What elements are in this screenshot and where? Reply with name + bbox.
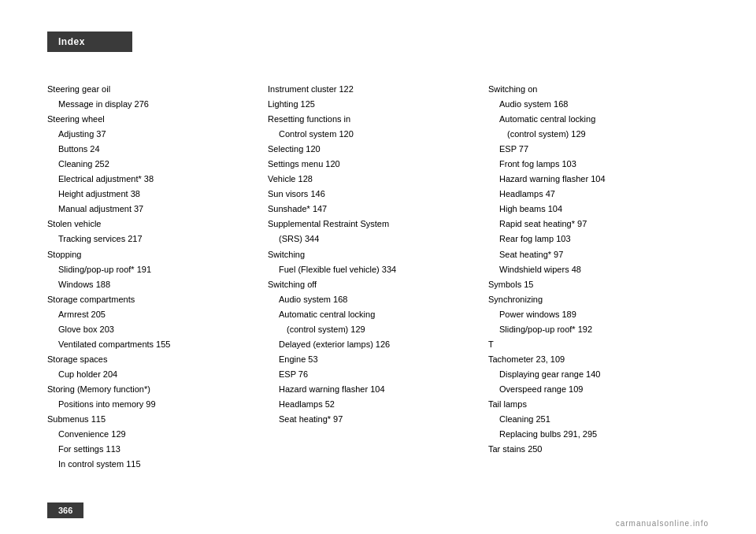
list-item: Replacing bulbs 291, 295	[488, 428, 693, 441]
list-item: Rear fog lamp 103	[488, 232, 693, 246]
list-item: Seat heating* 97	[268, 413, 472, 426]
list-item: Storage compartments	[47, 293, 252, 306]
list-item: Submenus 115	[47, 413, 252, 426]
list-item: Instrument cluster 122	[268, 83, 472, 96]
list-item: (control system) 129	[488, 128, 693, 141]
list-item: ESP 77	[488, 143, 693, 156]
list-item: Front fog lamps 103	[488, 158, 693, 171]
list-item: Convenience 129	[47, 428, 252, 441]
list-item: Sun visors 146	[268, 187, 472, 201]
list-item: Selecting 120	[268, 143, 472, 156]
list-item: Seat heating* 97	[488, 248, 693, 261]
list-item: Control system 120	[268, 128, 472, 141]
list-item: Stolen vehicle	[47, 217, 252, 231]
list-item: Resetting functions in	[268, 113, 472, 126]
list-item: (control system) 129	[268, 323, 472, 336]
list-item: Storage spaces	[47, 353, 252, 366]
list-item: Tar stains 250	[488, 443, 693, 456]
column-1: Steering gear oilMessage in display 276S…	[47, 83, 268, 487]
list-item: Armrest 205	[47, 308, 252, 321]
list-item: Glove box 203	[47, 323, 252, 336]
list-item: Cleaning 252	[47, 158, 252, 171]
list-item: For settings 113	[47, 443, 252, 456]
list-item: Hazard warning flasher 104	[488, 172, 693, 186]
header-label: Index	[58, 36, 85, 47]
list-item: Automatic central locking	[488, 113, 693, 126]
list-item: Supplemental Restraint System	[268, 217, 472, 231]
list-item: Height adjustment 38	[47, 187, 252, 201]
list-item: Audio system 168	[268, 293, 472, 306]
list-item: Vehicle 128	[268, 172, 472, 186]
list-item: Overspeed range 109	[488, 383, 693, 396]
list-item: (SRS) 344	[268, 232, 472, 246]
list-item: Fuel (Flexible fuel vehicle) 334	[268, 263, 472, 276]
list-item: Settings menu 120	[268, 158, 472, 171]
list-item: Lighting 125	[268, 98, 472, 111]
list-item: Sunshade* 147	[268, 202, 472, 216]
list-item: Windows 188	[47, 278, 252, 291]
list-item: Automatic central locking	[268, 308, 472, 321]
list-item: Manual adjustment 37	[47, 202, 252, 216]
list-item: Synchronizing	[488, 293, 693, 306]
list-item: Hazard warning flasher 104	[268, 383, 472, 396]
list-item: Windshield wipers 48	[488, 263, 693, 276]
list-item: Storing (Memory function*)	[47, 383, 252, 396]
list-item: Sliding/pop-up roof* 191	[47, 263, 252, 276]
list-item: Electrical adjustment* 38	[47, 172, 252, 186]
list-item: Cleaning 251	[488, 413, 693, 426]
watermark: carmanualsonline.info	[616, 519, 709, 528]
list-item: Steering wheel	[47, 113, 252, 126]
list-item: Adjusting 37	[47, 128, 252, 141]
list-item: Headlamps 47	[488, 187, 693, 201]
list-item: Switching	[268, 248, 472, 261]
list-item: Rapid seat heating* 97	[488, 217, 693, 231]
list-item: Message in display 276	[47, 98, 252, 111]
column-3: Switching onAudio system 168Automatic ce…	[488, 83, 709, 487]
page-container: Index Steering gear oilMessage in displa…	[0, 0, 756, 534]
list-item: Positions into memory 99	[47, 398, 252, 411]
list-item: Sliding/pop-up roof* 192	[488, 323, 693, 336]
list-item: Displaying gear range 140	[488, 368, 693, 381]
column-2: Instrument cluster 122Lighting 125Resett…	[268, 83, 488, 487]
list-item: Switching off	[268, 278, 472, 291]
list-item: ESP 76	[268, 368, 472, 381]
index-header: Index	[47, 32, 132, 52]
list-item: Symbols 15	[488, 278, 693, 291]
list-item: Headlamps 52	[268, 398, 472, 411]
list-item: In control system 115	[47, 458, 252, 471]
list-item: Stopping	[47, 248, 252, 261]
list-item: Cup holder 204	[47, 368, 252, 381]
list-item: Delayed (exterior lamps) 126	[268, 338, 472, 351]
list-item: Switching on	[488, 83, 693, 96]
list-item: Buttons 24	[47, 143, 252, 156]
list-item: T	[488, 338, 693, 351]
list-item: Tachometer 23, 109	[488, 353, 693, 366]
list-item: Steering gear oil	[47, 83, 252, 96]
list-item: Power windows 189	[488, 308, 693, 321]
list-item: Tracking services 217	[47, 232, 252, 246]
content-area: Steering gear oilMessage in display 276S…	[47, 83, 709, 487]
list-item: Audio system 168	[488, 98, 693, 111]
list-item: Engine 53	[268, 353, 472, 366]
list-item: High beams 104	[488, 202, 693, 216]
list-item: Tail lamps	[488, 398, 693, 411]
list-item: Ventilated compartments 155	[47, 338, 252, 351]
page-number: 366	[47, 502, 83, 518]
